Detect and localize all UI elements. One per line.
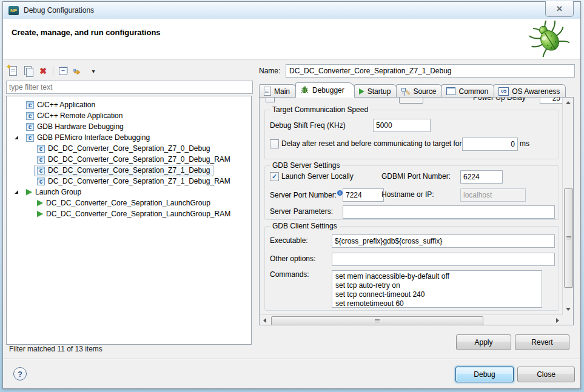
tree-item[interactable]: cDC_DC_Converter_Core_Sepration_Z7_0_Deb… bbox=[7, 154, 251, 165]
tab-startup[interactable]: Startup bbox=[354, 84, 397, 98]
debug-shift-freq-input[interactable] bbox=[373, 119, 431, 132]
tree-item-selected[interactable]: cDC_DC_Converter_Core_Sepration_Z7_1_Deb… bbox=[7, 165, 251, 176]
vertical-scrollbar[interactable] bbox=[562, 98, 573, 314]
window-close-button[interactable]: ✕ bbox=[545, 1, 574, 17]
debug-configurations-dialog: NP Debug Configurations ✕ Create, manage… bbox=[2, 1, 581, 389]
delay-unit-label: ms bbox=[520, 139, 529, 148]
filter-configurations-button[interactable]: » ➔ bbox=[73, 65, 84, 76]
tree-item[interactable]: cC/C++ Remote Application bbox=[7, 110, 251, 121]
c-application-icon: c bbox=[37, 167, 45, 174]
debug-button[interactable]: Debug bbox=[455, 367, 514, 382]
help-button[interactable]: ? bbox=[13, 367, 27, 380]
revert-button[interactable]: Revert bbox=[515, 334, 569, 350]
c-application-icon: c bbox=[37, 178, 45, 185]
apply-button[interactable]: Apply bbox=[456, 334, 511, 350]
bottom-separator bbox=[3, 359, 580, 360]
collapse-all-button[interactable]: − bbox=[58, 65, 69, 76]
tree-item-label: DC_DC_Converter_Core_Sepration_LaunchGro… bbox=[46, 199, 210, 207]
tree-item[interactable]: cDC_DC_Converter_Core_Sepration_Z7_0_Deb… bbox=[7, 143, 251, 154]
c-application-icon: c bbox=[26, 134, 34, 142]
filter-menu-dropdown[interactable]: ▾ bbox=[88, 65, 99, 76]
tab-label: Debugger bbox=[312, 86, 344, 95]
group-title: Target Communication Speed bbox=[270, 105, 371, 114]
tab-common[interactable]: Common bbox=[441, 84, 494, 98]
server-port-label: Server Port Number:i bbox=[270, 190, 343, 199]
os-monitor-icon: 05 bbox=[498, 87, 509, 96]
tree-item[interactable]: cDC_DC_Converter_Core_Sepration_Z7_1_Deb… bbox=[7, 176, 251, 187]
tree-expanded-caret-icon[interactable] bbox=[15, 190, 18, 194]
tab-label: Main bbox=[274, 87, 290, 96]
tab-source[interactable]: ✎ Source bbox=[396, 84, 442, 98]
pencil-icon: ✎ bbox=[405, 89, 411, 97]
delay-ms-input[interactable] bbox=[462, 138, 518, 151]
chevron-down-icon: ▾ bbox=[92, 68, 95, 75]
delete-configuration-button[interactable]: ✖ bbox=[38, 65, 49, 76]
configurations-toolbar: ✦ ✖ − » ➔ ▾ bbox=[7, 64, 99, 78]
dialog-header-title: Create, manage, and run configurations bbox=[12, 28, 161, 37]
gdbmi-port-input[interactable] bbox=[460, 170, 503, 184]
play-icon bbox=[359, 88, 364, 95]
tree-item[interactable]: cC/C++ Application bbox=[7, 99, 251, 110]
c-application-icon: c bbox=[37, 156, 45, 164]
group-title: GDB Server Settings bbox=[270, 161, 342, 170]
new-sparkle-icon: ✦ bbox=[6, 63, 12, 71]
tree-item[interactable]: DC_DC_Converter_Core_Sepration_LaunchGro… bbox=[7, 208, 251, 219]
tree-item[interactable]: cGDB PEMicro Interface Debugging bbox=[7, 132, 251, 143]
name-input[interactable] bbox=[286, 64, 575, 78]
scroll-left-button[interactable] bbox=[260, 315, 270, 325]
tree-item[interactable]: Launch Group bbox=[7, 187, 251, 198]
tree-item-label: GDB PEMicro Interface Debugging bbox=[37, 133, 150, 142]
tree-item-label: C/C++ Remote Application bbox=[37, 111, 123, 120]
delay-after-reset-checkbox[interactable]: ✓ bbox=[270, 139, 279, 148]
nxp-app-icon: NP bbox=[8, 6, 19, 15]
duplicate-configuration-button[interactable] bbox=[22, 65, 33, 76]
delete-icon: ✖ bbox=[39, 66, 47, 76]
clipped-control[interactable] bbox=[399, 97, 423, 104]
tab-os-awareness[interactable]: 05 OS Awareness bbox=[494, 84, 566, 98]
executable-input[interactable] bbox=[332, 234, 555, 248]
tab-label: Source bbox=[413, 87, 436, 96]
new-configuration-button[interactable]: ✦ bbox=[7, 65, 18, 76]
collapse-all-icon: − bbox=[59, 67, 67, 75]
power-up-delay-input[interactable] bbox=[540, 97, 563, 104]
tree-item-label: DC_DC_Converter_Core_Sepration_LaunchGro… bbox=[46, 210, 230, 218]
tree-item-label: C/C++ Application bbox=[37, 101, 95, 109]
configurations-panel: ✦ ✖ − » ➔ ▾ bbox=[6, 62, 253, 357]
filter-input[interactable] bbox=[6, 81, 253, 94]
horizontal-scrollbar[interactable] bbox=[260, 314, 563, 325]
c-application-icon: c bbox=[26, 112, 34, 120]
group-title: GDB Client Settings bbox=[270, 222, 340, 230]
tree-item-label: DC_DC_Converter_Core_Sepration_Z7_0_Debu… bbox=[48, 155, 230, 164]
c-application-icon: c bbox=[37, 145, 45, 153]
launch-server-locally-label: Launch Server Locally bbox=[281, 172, 354, 181]
tree-expanded-caret-icon[interactable] bbox=[15, 136, 18, 139]
tab-label: Startup bbox=[368, 87, 391, 96]
scroll-down-button[interactable] bbox=[563, 304, 573, 314]
debug-shift-freq-label: Debug Shift Freq (KHz) bbox=[270, 121, 346, 130]
server-parameters-input[interactable] bbox=[343, 205, 555, 219]
other-options-input[interactable] bbox=[332, 253, 555, 266]
close-button[interactable]: Close bbox=[517, 367, 575, 382]
clipped-checkbox[interactable]: ✓ bbox=[266, 97, 275, 102]
tab-main[interactable]: Main bbox=[259, 84, 296, 98]
info-icon: i bbox=[337, 190, 343, 196]
gdb-server-settings-group: GDB Server Settings ✓ Launch Server Loca… bbox=[264, 165, 559, 220]
tab-debugger[interactable]: Debugger bbox=[295, 82, 355, 98]
scroll-right-button[interactable] bbox=[552, 315, 563, 325]
launch-group-icon bbox=[37, 211, 43, 217]
table-icon bbox=[446, 87, 455, 95]
vertical-scroll-thumb[interactable] bbox=[564, 188, 573, 288]
hostname-label: Hostname or IP: bbox=[381, 190, 434, 199]
launch-group-icon bbox=[37, 200, 43, 206]
configuration-tabs: Main Debugger Startup ✎ bbox=[259, 82, 574, 98]
tree-item[interactable]: DC_DC_Converter_Core_Sepration_LaunchGro… bbox=[7, 198, 251, 208]
commands-textarea[interactable]: set mem inaccessible-by-default off set … bbox=[332, 270, 542, 308]
scroll-up-button[interactable] bbox=[563, 98, 573, 108]
horizontal-scroll-thumb[interactable] bbox=[271, 316, 483, 325]
configurations-tree: cC/C++ Application cC/C++ Remote Applica… bbox=[6, 96, 252, 345]
tree-item-label: GDB Hardware Debugging bbox=[37, 122, 124, 131]
launch-server-locally-checkbox[interactable]: ✓ bbox=[270, 172, 279, 181]
tree-item[interactable]: cGDB Hardware Debugging bbox=[7, 121, 251, 132]
server-port-input[interactable] bbox=[343, 188, 384, 202]
delay-after-reset-label: Delay after reset and before communicati… bbox=[281, 139, 462, 148]
